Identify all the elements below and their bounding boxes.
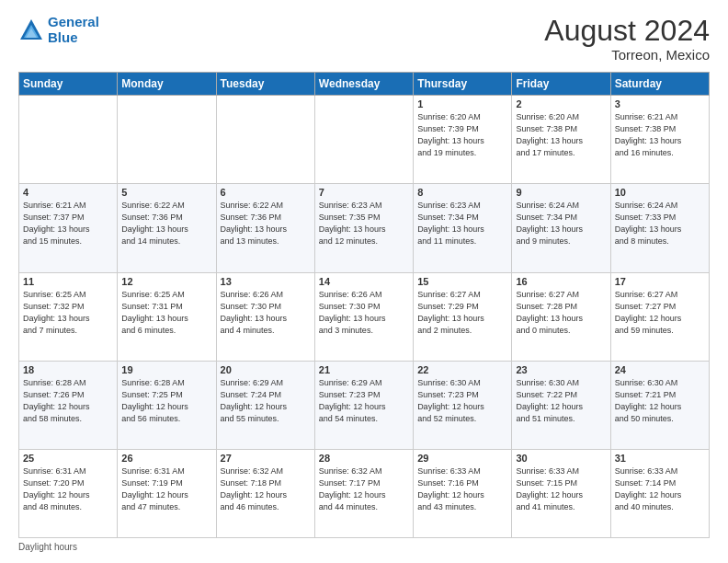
day-info: Sunrise: 6:23 AM Sunset: 7:34 PM Dayligh… (417, 200, 507, 247)
day-info: Sunrise: 6:21 AM Sunset: 7:37 PM Dayligh… (23, 200, 113, 247)
day-number: 26 (121, 453, 211, 464)
calendar-cell: 11Sunrise: 6:25 AM Sunset: 7:32 PM Dayli… (19, 272, 118, 361)
calendar-cell: 14Sunrise: 6:26 AM Sunset: 7:30 PM Dayli… (314, 272, 413, 361)
calendar-cell: 24Sunrise: 6:30 AM Sunset: 7:21 PM Dayli… (610, 361, 709, 449)
day-number: 14 (319, 276, 409, 287)
calendar-cell: 23Sunrise: 6:30 AM Sunset: 7:22 PM Dayli… (512, 361, 610, 449)
day-number: 15 (417, 276, 507, 287)
logo-text: General Blue (48, 15, 99, 45)
day-number: 6 (221, 187, 311, 198)
day-number: 4 (23, 187, 113, 198)
day-number: 2 (516, 98, 606, 109)
calendar-cell: 28Sunrise: 6:32 AM Sunset: 7:17 PM Dayli… (314, 449, 413, 537)
day-info: Sunrise: 6:32 AM Sunset: 7:17 PM Dayligh… (319, 465, 409, 513)
day-info: Sunrise: 6:25 AM Sunset: 7:31 PM Dayligh… (121, 289, 211, 337)
day-number: 5 (121, 187, 211, 198)
col-header-saturday: Saturday (610, 73, 709, 96)
calendar-cell: 4Sunrise: 6:21 AM Sunset: 7:37 PM Daylig… (19, 184, 118, 272)
calendar-cell: 12Sunrise: 6:25 AM Sunset: 7:31 PM Dayli… (118, 272, 216, 361)
calendar-cell: 17Sunrise: 6:27 AM Sunset: 7:27 PM Dayli… (610, 272, 709, 361)
calendar-cell: 22Sunrise: 6:30 AM Sunset: 7:23 PM Dayli… (414, 361, 512, 449)
day-info: Sunrise: 6:33 AM Sunset: 7:15 PM Dayligh… (516, 465, 606, 513)
calendar-cell: 20Sunrise: 6:29 AM Sunset: 7:24 PM Dayli… (216, 361, 314, 449)
day-number: 21 (319, 364, 409, 375)
day-number: 23 (516, 364, 606, 375)
day-info: Sunrise: 6:33 AM Sunset: 7:14 PM Dayligh… (615, 465, 705, 513)
day-info: Sunrise: 6:30 AM Sunset: 7:22 PM Dayligh… (516, 377, 606, 425)
calendar-cell: 19Sunrise: 6:28 AM Sunset: 7:25 PM Dayli… (118, 361, 216, 449)
col-header-friday: Friday (512, 73, 610, 96)
day-number: 27 (221, 453, 311, 464)
day-info: Sunrise: 6:24 AM Sunset: 7:33 PM Dayligh… (615, 200, 705, 247)
day-info: Sunrise: 6:23 AM Sunset: 7:35 PM Dayligh… (319, 200, 409, 247)
day-info: Sunrise: 6:29 AM Sunset: 7:24 PM Dayligh… (221, 377, 311, 425)
calendar-week-4: 18Sunrise: 6:28 AM Sunset: 7:26 PM Dayli… (19, 361, 710, 449)
day-number: 20 (221, 364, 311, 375)
calendar-cell: 29Sunrise: 6:33 AM Sunset: 7:16 PM Dayli… (414, 449, 512, 537)
col-header-wednesday: Wednesday (314, 73, 413, 96)
day-number: 31 (615, 453, 705, 464)
day-info: Sunrise: 6:27 AM Sunset: 7:27 PM Dayligh… (615, 289, 705, 337)
day-number: 17 (615, 276, 705, 287)
day-number: 30 (516, 453, 606, 464)
calendar-cell: 30Sunrise: 6:33 AM Sunset: 7:15 PM Dayli… (512, 449, 610, 537)
day-number: 24 (615, 364, 705, 375)
calendar-week-1: 1Sunrise: 6:20 AM Sunset: 7:39 PM Daylig… (19, 96, 710, 184)
calendar-cell (19, 96, 118, 184)
day-info: Sunrise: 6:31 AM Sunset: 7:19 PM Dayligh… (121, 465, 211, 513)
calendar-week-5: 25Sunrise: 6:31 AM Sunset: 7:20 PM Dayli… (19, 449, 710, 537)
day-number: 18 (23, 364, 113, 375)
day-number: 11 (23, 276, 113, 287)
calendar-cell: 10Sunrise: 6:24 AM Sunset: 7:33 PM Dayli… (610, 184, 709, 272)
calendar-cell: 7Sunrise: 6:23 AM Sunset: 7:35 PM Daylig… (314, 184, 413, 272)
calendar-cell: 31Sunrise: 6:33 AM Sunset: 7:14 PM Dayli… (610, 449, 709, 537)
day-number: 1 (417, 98, 507, 109)
calendar-cell: 18Sunrise: 6:28 AM Sunset: 7:26 PM Dayli… (19, 361, 118, 449)
location: Torreon, Mexico (544, 47, 710, 63)
day-number: 29 (417, 453, 507, 464)
calendar-week-3: 11Sunrise: 6:25 AM Sunset: 7:32 PM Dayli… (19, 272, 710, 361)
calendar-cell: 6Sunrise: 6:22 AM Sunset: 7:36 PM Daylig… (216, 184, 314, 272)
day-info: Sunrise: 6:27 AM Sunset: 7:28 PM Dayligh… (516, 289, 606, 337)
day-info: Sunrise: 6:22 AM Sunset: 7:36 PM Dayligh… (221, 200, 311, 247)
day-info: Sunrise: 6:24 AM Sunset: 7:34 PM Dayligh… (516, 200, 606, 247)
day-number: 3 (615, 98, 705, 109)
day-info: Sunrise: 6:33 AM Sunset: 7:16 PM Dayligh… (417, 465, 507, 513)
calendar-header-row: SundayMondayTuesdayWednesdayThursdayFrid… (19, 73, 710, 96)
day-number: 16 (516, 276, 606, 287)
day-number: 22 (417, 364, 507, 375)
calendar-cell: 25Sunrise: 6:31 AM Sunset: 7:20 PM Dayli… (19, 449, 118, 537)
logo-icon (18, 17, 44, 43)
header: General Blue August 2024 Torreon, Mexico (18, 15, 710, 63)
calendar-cell: 8Sunrise: 6:23 AM Sunset: 7:34 PM Daylig… (414, 184, 512, 272)
day-info: Sunrise: 6:26 AM Sunset: 7:30 PM Dayligh… (319, 289, 409, 337)
calendar-cell: 13Sunrise: 6:26 AM Sunset: 7:30 PM Dayli… (216, 272, 314, 361)
calendar-cell: 2Sunrise: 6:20 AM Sunset: 7:38 PM Daylig… (512, 96, 610, 184)
day-info: Sunrise: 6:27 AM Sunset: 7:29 PM Dayligh… (417, 289, 507, 337)
logo: General Blue (18, 15, 99, 45)
day-info: Sunrise: 6:20 AM Sunset: 7:38 PM Dayligh… (516, 111, 606, 159)
calendar-cell (216, 96, 314, 184)
day-number: 19 (121, 364, 211, 375)
col-header-monday: Monday (118, 73, 216, 96)
month-year: August 2024 (544, 15, 710, 47)
calendar-cell: 9Sunrise: 6:24 AM Sunset: 7:34 PM Daylig… (512, 184, 610, 272)
day-number: 25 (23, 453, 113, 464)
calendar-cell: 5Sunrise: 6:22 AM Sunset: 7:36 PM Daylig… (118, 184, 216, 272)
day-info: Sunrise: 6:28 AM Sunset: 7:25 PM Dayligh… (121, 377, 211, 425)
calendar-cell: 15Sunrise: 6:27 AM Sunset: 7:29 PM Dayli… (414, 272, 512, 361)
calendar-table: SundayMondayTuesdayWednesdayThursdayFrid… (18, 72, 710, 538)
calendar-cell: 1Sunrise: 6:20 AM Sunset: 7:39 PM Daylig… (414, 96, 512, 184)
day-number: 12 (121, 276, 211, 287)
page: General Blue August 2024 Torreon, Mexico… (0, 0, 728, 563)
col-header-sunday: Sunday (19, 73, 118, 96)
day-number: 8 (417, 187, 507, 198)
footer-note: Daylight hours (18, 542, 710, 552)
calendar-cell: 3Sunrise: 6:21 AM Sunset: 7:38 PM Daylig… (610, 96, 709, 184)
calendar-cell: 27Sunrise: 6:32 AM Sunset: 7:18 PM Dayli… (216, 449, 314, 537)
day-info: Sunrise: 6:30 AM Sunset: 7:21 PM Dayligh… (615, 377, 705, 425)
day-info: Sunrise: 6:31 AM Sunset: 7:20 PM Dayligh… (23, 465, 113, 513)
calendar-cell (314, 96, 413, 184)
day-info: Sunrise: 6:28 AM Sunset: 7:26 PM Dayligh… (23, 377, 113, 425)
day-info: Sunrise: 6:21 AM Sunset: 7:38 PM Dayligh… (615, 111, 705, 159)
